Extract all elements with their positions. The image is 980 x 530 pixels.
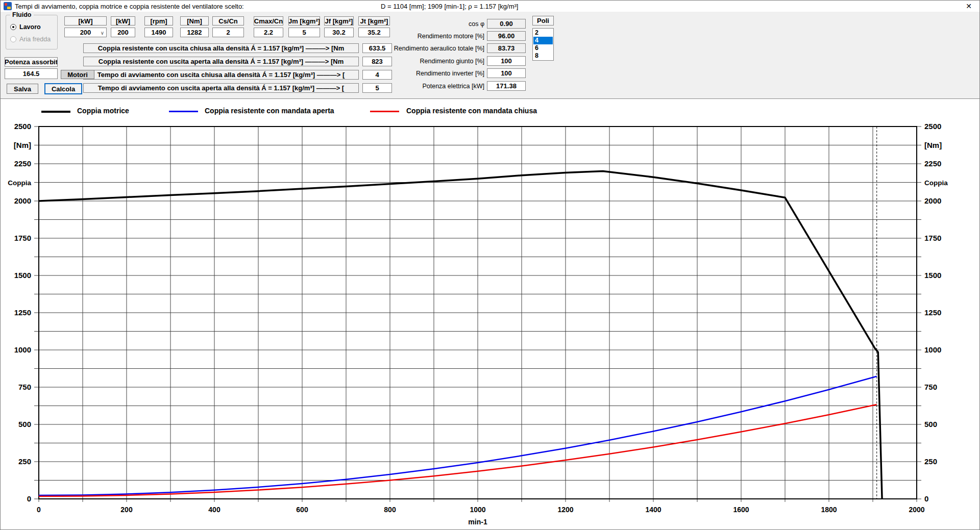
svg-text:[Nm]: [Nm] (14, 141, 31, 149)
poli-option-2[interactable]: 2 (533, 29, 553, 37)
svg-text:2000: 2000 (909, 506, 924, 514)
coppia-aperta-value: 823 (362, 57, 392, 66)
svg-text:800: 800 (384, 506, 396, 514)
svg-text:2250: 2250 (14, 159, 31, 168)
svg-text:1250: 1250 (14, 308, 31, 317)
rendimento-aeraulico-label: Rendimento aeraulico totale [%] (394, 45, 484, 52)
calcola-button[interactable]: Calcola (44, 83, 82, 94)
col-header-jt: Jt [kgm²] (358, 16, 390, 26)
col-header-jf: Jf [kgm²] (324, 16, 354, 26)
svg-text:2000: 2000 (14, 196, 31, 205)
jm-field[interactable]: 5 (288, 28, 320, 37)
svg-text:2500: 2500 (14, 122, 31, 131)
nominal-torque-field[interactable]: 1282 (180, 28, 209, 37)
radio-lavoro-circle[interactable] (10, 24, 16, 30)
svg-text:1500: 1500 (924, 271, 941, 280)
svg-text:1750: 1750 (14, 234, 31, 242)
poli-option-6[interactable]: 6 (533, 44, 553, 52)
rendimento-inverter-label: Rendimento inverter [%] (416, 70, 484, 77)
svg-text:1000: 1000 (470, 506, 485, 514)
salva-button[interactable]: Salva (7, 84, 38, 94)
svg-text:0: 0 (924, 494, 928, 503)
cos-phi-value: 0.90 (487, 19, 526, 29)
rpm-field[interactable]: 1490 (144, 28, 173, 37)
svg-text:1400: 1400 (645, 506, 661, 514)
svg-text:1800: 1800 (821, 506, 837, 514)
radio-aria-fredda: Aria fredda (10, 36, 51, 43)
tempo-chiusa-label: Tempo di avviamento con uscita chiusa al… (83, 70, 359, 80)
tempo-chiusa-value: 4 (362, 70, 392, 80)
radio-aria-fredda-label: Aria fredda (19, 36, 51, 43)
col-header-jm: Jm [kgm²] (288, 16, 320, 26)
svg-text:Coppia: Coppia (924, 179, 948, 187)
rendimento-aeraulico-value: 83.73 (487, 43, 526, 53)
svg-text:1600: 1600 (733, 506, 749, 514)
tempo-aperta-label: Tempo di avviamento con uscita aperta al… (83, 83, 359, 93)
potenza-elettrica-value: 171.38 (487, 81, 526, 91)
svg-text:1750: 1750 (924, 234, 941, 242)
input-panel: Fluido Lavoro Aria fredda [kW] 200 ∨ [kW… (1, 12, 980, 99)
svg-text:750: 750 (18, 383, 31, 391)
cos-phi-label: cos φ (469, 20, 484, 28)
fluido-legend: Fluido (10, 11, 34, 18)
rendimento-giunto-label: Rendimento giunto [%] (420, 58, 484, 65)
col-header-nm: [Nm] (180, 16, 209, 26)
window-title: Tempi di avviamento, coppia motrice e co… (15, 3, 244, 10)
power-combobox[interactable]: 200 ∨ (64, 28, 107, 37)
svg-text:2250: 2250 (924, 159, 941, 168)
col-header-cs-cn: Cs/Cn (212, 16, 244, 26)
svg-text:[Nm]: [Nm] (924, 141, 942, 149)
svg-text:0: 0 (37, 506, 41, 514)
fluido-groupbox: Fluido Lavoro Aria fredda (6, 15, 58, 49)
motor-power-field[interactable]: 200 (111, 28, 135, 37)
radio-lavoro[interactable]: Lavoro (10, 23, 41, 31)
rendimento-inverter-field[interactable]: 100 (487, 68, 526, 78)
svg-text:500: 500 (18, 420, 31, 428)
potenza-assorbita-label: Potenza assorbit (5, 57, 58, 67)
svg-text:500: 500 (924, 420, 937, 428)
poli-option-4[interactable]: 4 (533, 37, 553, 44)
legend-label-coppia-motrice: Coppia motrice (77, 107, 129, 115)
tempo-aperta-value: 5 (362, 83, 392, 93)
svg-text:1000: 1000 (14, 345, 31, 354)
coppia-chiusa-label: Coppia resistente con uscita chiusa alla… (83, 43, 359, 53)
potenza-assorbita-value: 164.5 (5, 68, 58, 79)
svg-text:250: 250 (18, 457, 31, 466)
jf-field[interactable]: 30.2 (324, 28, 354, 37)
window-title-params: D = 1104 [mm]; 1909 [min-1]; ρ = 1.157 [… (381, 3, 518, 10)
col-header-kw-fan: [kW] (64, 16, 107, 26)
cmax-cn-field[interactable]: 2.2 (254, 28, 283, 37)
radio-aria-fredda-circle (10, 36, 16, 42)
legend-line-mandata-aperta (169, 111, 198, 112)
chevron-down-icon[interactable]: ∨ (101, 30, 104, 36)
rendimento-giunto-field[interactable]: 100 (487, 56, 526, 66)
legend-line-mandata-chiusa (370, 111, 399, 112)
coppia-chiusa-value: 633.5 (362, 43, 392, 53)
torque-chart: 0025025050050075075010001000125012501500… (1, 99, 980, 530)
svg-text:250: 250 (924, 457, 937, 466)
poli-listbox[interactable]: 2468 (532, 28, 554, 61)
legend-line-coppia-motrice (41, 111, 70, 113)
svg-text:600: 600 (296, 506, 308, 514)
svg-text:Coppia: Coppia (8, 179, 31, 187)
poli-header: Poli (532, 16, 554, 26)
close-icon[interactable]: ✕ (961, 1, 976, 11)
jt-field[interactable]: 35.2 (358, 28, 390, 37)
chart-panel: Coppia motrice Coppia resistente con man… (1, 99, 980, 530)
power-combobox-value: 200 (80, 29, 91, 36)
svg-text:750: 750 (924, 383, 937, 391)
svg-text:1200: 1200 (557, 506, 573, 514)
application-window: { "window": { "title": "Tempi di avviame… (0, 0, 980, 530)
app-icon (4, 2, 12, 10)
motori-button[interactable]: Motori (61, 70, 94, 79)
poli-option-8[interactable]: 8 (533, 52, 553, 60)
rendimento-motore-label: Rendimento motore [%] (418, 33, 484, 40)
coppia-aperta-label: Coppia resistente con uscita aperta alla… (83, 57, 359, 66)
svg-text:0: 0 (27, 494, 31, 503)
col-header-kw-motor: [kW] (111, 16, 135, 26)
cs-cn-field[interactable]: 2 (212, 28, 244, 37)
svg-text:1250: 1250 (924, 308, 941, 317)
svg-text:1000: 1000 (924, 345, 941, 354)
svg-text:2500: 2500 (924, 122, 941, 131)
svg-text:200: 200 (120, 506, 133, 514)
